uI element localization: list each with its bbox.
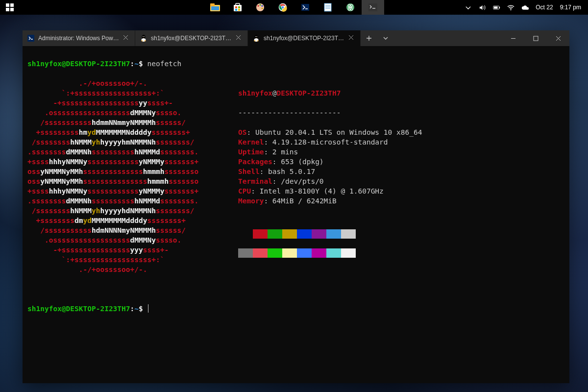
color-swatch [341, 229, 356, 239]
plus-icon [366, 35, 372, 41]
taskbar-time[interactable]: 9:17 pm [560, 4, 581, 11]
svg-point-16 [262, 5, 263, 7]
notepad-icon [324, 3, 332, 12]
tab-close-button[interactable] [123, 35, 130, 42]
taskbar-app-paint[interactable] [249, 0, 271, 15]
info-row-memory: Memory: 64MiB / 6242MiB [238, 196, 564, 206]
windows-terminal-window: Administrator: Windows PowerSsh1nyfox@DE… [23, 30, 569, 383]
taskbar-app-store[interactable] [226, 0, 249, 15]
taskbar-app-chrome[interactable] [271, 0, 294, 15]
svg-point-15 [260, 4, 261, 6]
terminal-content[interactable]: sh1nyfox@DESKTOP-2I23TH7:~$ neofetch .-/… [23, 46, 569, 383]
prompt-line-2: sh1nyfox@DESKTOP-2I23TH7:~$ [27, 304, 564, 314]
close-button[interactable] [547, 30, 569, 46]
svg-point-14 [258, 5, 259, 7]
svg-rect-12 [238, 9, 240, 11]
close-icon [123, 35, 128, 40]
svg-rect-32 [499, 6, 500, 8]
neofetch-info: sh1nyfox@DESKTOP-2I23TH7 ---------------… [233, 78, 564, 277]
tab-title: sh1nyfox@DESKTOP-2I23TH7: ~ [264, 35, 344, 42]
svg-point-38 [142, 38, 145, 41]
taskbar-app-explorer[interactable] [204, 0, 226, 15]
info-row-packages: Packages: 653 (dpkg) [238, 157, 564, 167]
info-user: sh1nyfox [238, 89, 272, 97]
info-row-os: OS: Ubuntu 20.04.1 LTS on Windows 10 x86… [238, 127, 564, 137]
chevron-down-icon [383, 35, 389, 41]
taskbar-pinned-apps [204, 0, 384, 15]
cursor [148, 304, 148, 313]
tab-close-button[interactable] [236, 35, 243, 42]
taskbar-app-powershell[interactable] [294, 0, 317, 15]
minimize-button[interactable] [502, 30, 524, 46]
svg-point-44 [144, 40, 146, 41]
prompt-host: DESKTOP-2I23TH7 [66, 60, 130, 68]
tab-2[interactable]: sh1nyfox@DESKTOP-2I23TH7: ~ [248, 30, 361, 46]
taskbar-app-atom[interactable] [339, 0, 362, 15]
info-row-uptime: Uptime: 2 mins [238, 147, 564, 157]
start-button[interactable] [0, 3, 20, 11]
tab-title: Administrator: Windows PowerS [38, 35, 119, 42]
tab-close-button[interactable] [348, 35, 355, 42]
svg-rect-3 [10, 8, 14, 11]
close-icon [556, 36, 561, 41]
window-controls [502, 30, 569, 46]
svg-rect-2 [6, 8, 9, 11]
color-swatch [312, 229, 326, 239]
tray-expand-icon[interactable] [465, 4, 472, 11]
info-row-cpu: CPU: Intel m3-8100Y (4) @ 1.607GHz [238, 186, 564, 196]
tab-1[interactable]: sh1nyfox@DESKTOP-2I23TH7: / [135, 30, 248, 46]
new-tab-button[interactable] [361, 30, 377, 46]
tab-0[interactable]: Administrator: Windows PowerS [23, 30, 135, 46]
color-swatch [326, 229, 341, 239]
svg-point-41 [143, 36, 143, 37]
titlebar[interactable]: Administrator: Windows PowerSsh1nyfox@DE… [23, 30, 569, 46]
color-swatch [253, 248, 268, 258]
neofetch-ascii-logo: .-/+oossssoo+/-. `:+ssssssssssssssssss+:… [27, 78, 233, 277]
svg-rect-9 [235, 6, 237, 8]
svg-point-43 [141, 40, 143, 41]
svg-point-29 [350, 7, 351, 8]
volume-icon[interactable] [479, 4, 486, 11]
color-swatch [253, 229, 268, 239]
svg-point-50 [255, 36, 256, 37]
maximize-button[interactable] [524, 30, 547, 46]
powershell-icon [27, 35, 34, 42]
svg-point-47 [255, 38, 258, 41]
svg-point-52 [254, 40, 256, 41]
close-icon [348, 35, 354, 40]
svg-rect-54 [534, 36, 538, 41]
windows-taskbar: Oct 22 9:17 pm [0, 0, 588, 15]
taskbar-date[interactable]: Oct 22 [536, 4, 553, 11]
taskbar-app-terminal[interactable] [362, 0, 384, 15]
command-text: neofetch [147, 60, 181, 68]
color-swatch [282, 248, 297, 258]
terminal-icon [368, 3, 377, 11]
svg-rect-33 [494, 6, 498, 8]
color-swatch-row-dark [238, 229, 564, 239]
color-swatch [268, 248, 282, 258]
info-row-shell: Shell: bash 5.0.17 [238, 167, 564, 176]
color-swatch [238, 248, 253, 258]
info-row-terminal: Terminal: /dev/pts/0 [238, 176, 564, 186]
color-swatch-row-light [238, 248, 564, 258]
tab-title: sh1nyfox@DESKTOP-2I23TH7: / [151, 35, 232, 42]
svg-point-17 [262, 8, 263, 9]
tab-dropdown-button[interactable] [377, 30, 394, 46]
wifi-icon[interactable] [507, 4, 514, 11]
atom-icon [346, 3, 355, 12]
color-swatch [238, 229, 253, 239]
prompt-user: sh1nyfox [27, 60, 62, 68]
palette-icon [256, 3, 265, 12]
svg-rect-8 [236, 3, 240, 6]
prompt-line-1: sh1nyfox@DESKTOP-2I23TH7:~$ neofetch [27, 59, 564, 69]
svg-rect-11 [235, 9, 237, 11]
system-tray: Oct 22 9:17 pm [465, 4, 588, 11]
tux-icon [253, 35, 260, 42]
battery-icon[interactable] [493, 4, 500, 11]
svg-point-51 [257, 36, 257, 37]
color-swatch [282, 229, 297, 239]
taskbar-app-notepad[interactable] [317, 0, 339, 15]
onedrive-icon[interactable] [521, 4, 529, 11]
svg-rect-22 [324, 3, 331, 11]
svg-rect-1 [10, 3, 14, 7]
